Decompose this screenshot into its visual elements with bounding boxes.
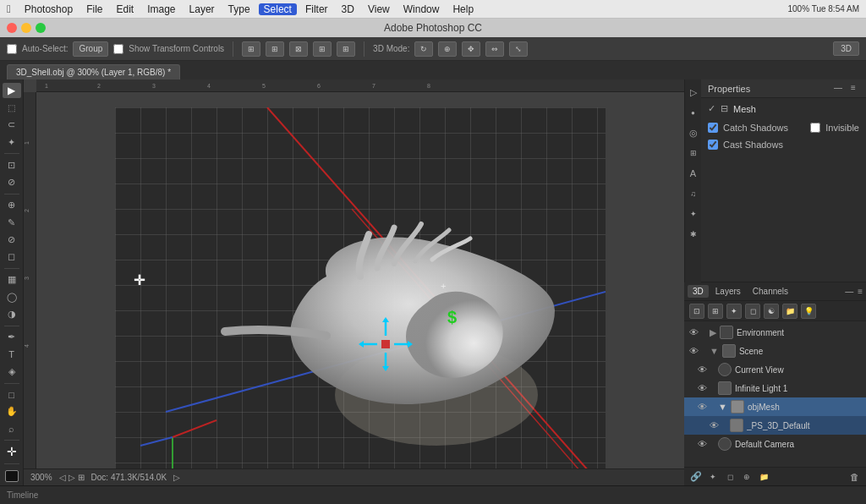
- layer-objmesh[interactable]: 👁 ▼ objMesh: [684, 397, 866, 416]
- layer-infinite-light[interactable]: 👁 Infinite Light 1: [684, 379, 866, 397]
- tab-3d[interactable]: 3D: [688, 285, 709, 298]
- menu-type[interactable]: Type: [223, 3, 255, 15]
- tool-move[interactable]: ▶: [3, 83, 21, 98]
- canvas-controls[interactable]: ◁: [59, 473, 66, 482]
- layer-scene[interactable]: 👁 ▼ Scene: [684, 342, 866, 360]
- layer-ps3ddefault[interactable]: 👁 _PS_3D_Default: [684, 416, 866, 435]
- apple-menu[interactable]: : [7, 3, 11, 15]
- lb-delete-icon[interactable]: 🗑: [847, 470, 861, 484]
- show-transform-checkbox[interactable]: [113, 44, 123, 54]
- tool-clone[interactable]: ⊘: [3, 232, 21, 247]
- tool-lasso[interactable]: ⊂: [3, 118, 21, 133]
- tool-eraser[interactable]: ◻: [3, 249, 21, 265]
- layers-panel-menu[interactable]: ≡: [858, 287, 863, 296]
- opt-icon-3[interactable]: ⊠: [289, 41, 308, 57]
- menu-file[interactable]: File: [81, 3, 107, 15]
- lb-style-icon[interactable]: ✦: [706, 470, 720, 484]
- lt-adj-icon[interactable]: ☯: [764, 304, 779, 319]
- layer-current-view[interactable]: 👁 Current View: [684, 360, 866, 379]
- menu-photoshop[interactable]: Photoshop: [19, 3, 78, 15]
- lt-filter-icon[interactable]: ⊡: [689, 304, 704, 319]
- foreground-color[interactable]: [5, 470, 19, 482]
- rt-target-icon[interactable]: ◎: [685, 123, 702, 142]
- opt-icon-2[interactable]: ⊞: [266, 41, 284, 57]
- tool-heal[interactable]: ⊕: [3, 198, 21, 213]
- tool-gradient[interactable]: ▦: [3, 272, 21, 288]
- eye-current-view[interactable]: 👁: [696, 364, 708, 375]
- rt-star-icon[interactable]: ✦: [685, 205, 702, 223]
- panel-menu-icon[interactable]: ≡: [847, 83, 859, 95]
- window-controls[interactable]: [7, 23, 46, 33]
- canvas-area[interactable]: 1 2 3 4 5 6 7 8 1 2 3 4: [24, 79, 684, 485]
- nav-arrow[interactable]: ▷: [173, 473, 180, 482]
- 3d-scale-icon[interactable]: ⤡: [509, 41, 528, 57]
- tool-hand[interactable]: ✋: [3, 404, 21, 419]
- close-button[interactable]: [7, 23, 17, 33]
- panel-collapse-icon[interactable]: —: [832, 83, 844, 95]
- invisible-checkbox[interactable]: [810, 123, 820, 133]
- canvas-step[interactable]: ▷: [69, 473, 75, 482]
- 3d-pan-icon[interactable]: ✥: [462, 41, 480, 57]
- rt-wrench-icon[interactable]: ✱: [685, 225, 702, 244]
- layer-environment[interactable]: 👁 ▶ Environment: [684, 323, 866, 342]
- rt-text-icon[interactable]: A: [685, 164, 702, 183]
- tool-type[interactable]: T: [3, 347, 21, 362]
- opt-icon-1[interactable]: ⊞: [242, 41, 260, 57]
- eye-ps3ddefault[interactable]: 👁: [708, 419, 720, 431]
- 3d-roll-icon[interactable]: ⊕: [438, 41, 457, 57]
- lt-mask-icon[interactable]: ◻: [745, 304, 760, 319]
- tool-pen[interactable]: ✒: [3, 330, 21, 345]
- tool-path[interactable]: ◈: [3, 364, 21, 379]
- eye-objmesh[interactable]: 👁: [696, 401, 708, 413]
- eye-environment[interactable]: 👁: [688, 326, 699, 338]
- lt-light-icon[interactable]: 💡: [801, 304, 816, 319]
- tool-brush[interactable]: ✎: [3, 215, 21, 230]
- eye-scene[interactable]: 👁: [688, 345, 699, 357]
- eye-infinite-light[interactable]: 👁: [696, 382, 708, 394]
- tool-zoom[interactable]: ⌕: [3, 421, 21, 436]
- opt-icon-4[interactable]: ⊞: [313, 41, 332, 57]
- canvas-content[interactable]: $ + ✛: [36, 92, 684, 485]
- lb-adj-icon[interactable]: ⊕: [740, 470, 754, 484]
- rt-record-icon[interactable]: ●: [685, 103, 702, 122]
- lb-group-icon[interactable]: 📁: [757, 470, 770, 484]
- tool-blur[interactable]: ◯: [3, 289, 21, 304]
- menu-image[interactable]: Image: [142, 3, 180, 15]
- document-tab[interactable]: 3D_Shell.obj @ 300% (Layer 1, RGB/8) *: [7, 64, 180, 79]
- lt-group-icon[interactable]: 📁: [782, 304, 797, 319]
- tool-shape[interactable]: □: [3, 386, 21, 402]
- menu-3d[interactable]: 3D: [337, 3, 359, 15]
- canvas-icon[interactable]: ⊞: [78, 473, 85, 482]
- auto-select-checkbox[interactable]: [7, 44, 17, 54]
- maximize-button[interactable]: [36, 23, 46, 33]
- tool-crop[interactable]: ⊡: [3, 157, 21, 173]
- menu-layer[interactable]: Layer: [184, 3, 220, 15]
- rt-note-icon[interactable]: ♫: [685, 184, 702, 203]
- tool-eyedropper[interactable]: ⊘: [3, 174, 21, 189]
- catch-shadows-checkbox[interactable]: [708, 123, 718, 133]
- cast-shadows-checkbox[interactable]: [708, 140, 718, 150]
- menu-view[interactable]: View: [363, 3, 395, 15]
- eye-default-camera[interactable]: 👁: [696, 438, 708, 450]
- rt-grid-icon[interactable]: ⊞: [685, 144, 702, 162]
- lb-link-icon[interactable]: 🔗: [689, 470, 703, 484]
- menu-window[interactable]: Window: [398, 3, 445, 15]
- 3d-mode-button[interactable]: 3D: [833, 41, 859, 56]
- tool-selection[interactable]: ⬚: [3, 100, 21, 115]
- menu-select[interactable]: Select: [259, 3, 297, 15]
- tab-layers[interactable]: Layers: [710, 285, 746, 298]
- photoshop-canvas[interactable]: $ + ✛: [115, 107, 606, 471]
- layers-panel-collapse[interactable]: —: [845, 287, 853, 296]
- lb-mask-icon[interactable]: ◻: [723, 470, 737, 484]
- layer-default-camera[interactable]: 👁 Default Camera: [684, 435, 866, 453]
- tool-dodge[interactable]: ◑: [3, 306, 21, 321]
- 3d-slide-icon[interactable]: ⇔: [485, 41, 504, 57]
- menu-edit[interactable]: Edit: [111, 3, 139, 15]
- group-button[interactable]: Group: [73, 41, 108, 57]
- menu-help[interactable]: Help: [447, 3, 479, 15]
- minimize-button[interactable]: [21, 23, 31, 33]
- menu-filter[interactable]: Filter: [300, 3, 333, 15]
- opt-icon-5[interactable]: ⊞: [337, 41, 355, 57]
- lt-link-icon[interactable]: ⊞: [708, 304, 723, 319]
- rt-play-icon[interactable]: ▷: [685, 83, 702, 101]
